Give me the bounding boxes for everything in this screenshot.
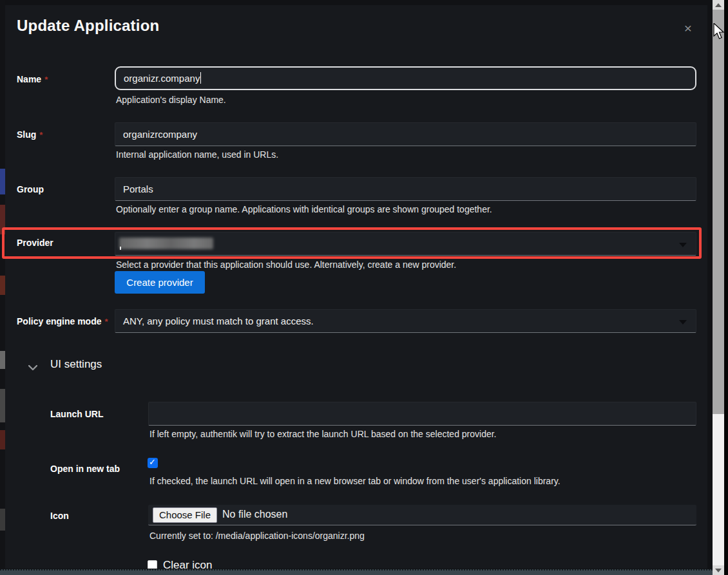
clear-icon-checkbox[interactable] bbox=[148, 560, 157, 569]
slug-label: Slug* bbox=[17, 129, 113, 140]
open-in-new-tab-checkbox[interactable]: ✓ bbox=[148, 458, 158, 468]
icon-help-text: Currently set to: /media/application-ico… bbox=[149, 531, 365, 541]
required-asterisk: * bbox=[39, 130, 43, 140]
clear-icon-label: Clear icon bbox=[163, 559, 213, 569]
provider-value-redacted bbox=[119, 238, 213, 249]
page-background-bottom-strip bbox=[0, 569, 713, 575]
provider-help-text: Select a provider that this application … bbox=[116, 259, 456, 270]
scrollbar-thumb[interactable] bbox=[713, 10, 724, 414]
background-fragment bbox=[0, 276, 5, 295]
group-help-text: Optionally enter a group name. Applicati… bbox=[116, 204, 492, 214]
update-application-modal: Update Application × Name* organizr.comp… bbox=[5, 5, 707, 569]
provider-label: Provider bbox=[17, 238, 113, 248]
file-status-text: No file chosen bbox=[222, 509, 287, 520]
page-background-left-sliver bbox=[0, 0, 5, 575]
provider-select[interactable] bbox=[115, 232, 696, 256]
vertical-scrollbar[interactable] bbox=[713, 0, 724, 575]
slug-input[interactable] bbox=[115, 122, 696, 146]
name-input[interactable]: organizr.company bbox=[115, 66, 696, 90]
background-fragment bbox=[0, 205, 5, 234]
group-input[interactable] bbox=[115, 177, 696, 201]
update-application-dialog: { "modal": { "title": "Update Applicatio… bbox=[0, 0, 728, 575]
triangle-down-icon bbox=[715, 569, 722, 572]
screen-right-edge bbox=[724, 0, 728, 575]
redaction-artifact bbox=[120, 247, 121, 250]
modal-title: Update Application bbox=[17, 17, 159, 35]
check-icon: ✓ bbox=[149, 457, 156, 467]
launch-url-input[interactable] bbox=[148, 402, 696, 426]
required-asterisk: * bbox=[104, 317, 108, 326]
background-fragment bbox=[0, 509, 5, 531]
launch-url-help-text: If left empty, authentik will try to ext… bbox=[149, 429, 497, 439]
name-help-text: Application's display Name. bbox=[116, 95, 226, 105]
text-cursor bbox=[200, 72, 201, 84]
icon-file-input[interactable]: Choose File No file chosen bbox=[148, 505, 696, 525]
background-fragment bbox=[0, 169, 5, 194]
ui-settings-section-title: UI settings bbox=[50, 358, 102, 371]
background-fragment bbox=[0, 430, 5, 449]
launch-url-label: Launch URL bbox=[50, 409, 147, 419]
policy-engine-mode-label: Policy engine mode* bbox=[17, 316, 113, 326]
create-provider-button[interactable]: Create provider bbox=[115, 271, 205, 294]
chevron-down-icon bbox=[679, 320, 687, 325]
policy-engine-mode-select[interactable]: ANY, any policy must match to grant acce… bbox=[115, 309, 696, 333]
slug-help-text: Internal application name, used in URLs. bbox=[116, 149, 278, 160]
background-fragment bbox=[0, 351, 5, 369]
group-label: Group bbox=[17, 184, 113, 194]
name-label: Name* bbox=[17, 74, 113, 84]
close-icon[interactable]: × bbox=[679, 19, 697, 37]
background-fragment bbox=[0, 389, 5, 422]
choose-file-button[interactable]: Choose File bbox=[153, 507, 217, 523]
open-in-new-tab-help-text: If checked, the launch URL will open in … bbox=[149, 476, 560, 486]
scrollbar-up-button[interactable] bbox=[713, 0, 724, 10]
icon-label: Icon bbox=[50, 511, 147, 521]
scrollbar-down-button[interactable] bbox=[713, 565, 724, 575]
chevron-down-icon bbox=[28, 362, 37, 373]
required-asterisk: * bbox=[44, 75, 48, 84]
triangle-up-icon bbox=[715, 3, 722, 7]
chevron-down-icon bbox=[679, 243, 687, 247]
open-in-new-tab-label: Open in new tab bbox=[50, 464, 147, 474]
